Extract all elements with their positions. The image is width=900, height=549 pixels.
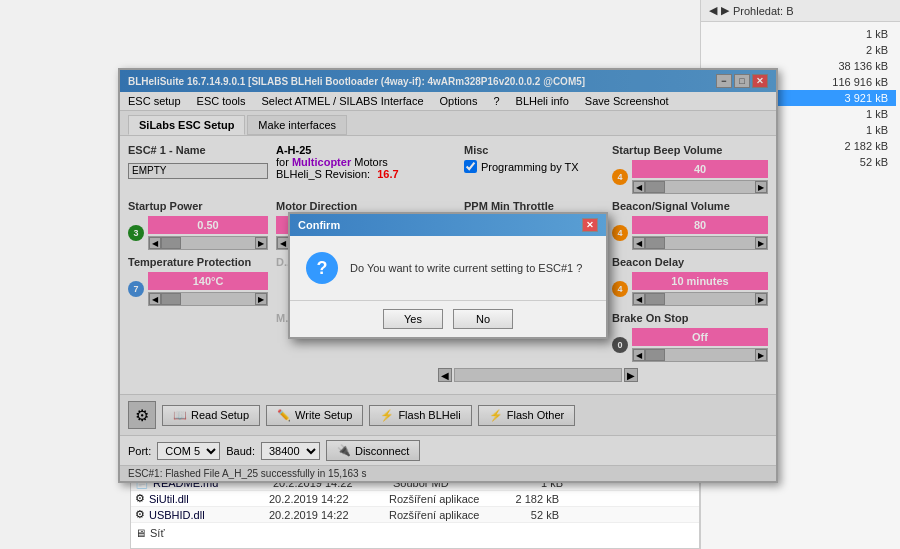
file-row-3: ⚙ USBHID.dll 20.2.2019 14:22 Rozšíření a… bbox=[131, 507, 699, 523]
explorer-right-header: ◀ ▶ Prohledat: B bbox=[701, 0, 900, 22]
file-name-2: SiUtil.dll bbox=[149, 493, 269, 505]
forward-icon[interactable]: ▶ bbox=[721, 4, 729, 17]
size-row-2: 2 kB bbox=[705, 42, 896, 58]
dialog-title-bar: Confirm ✕ bbox=[290, 214, 606, 236]
dialog-title-text: Confirm bbox=[298, 219, 340, 231]
file-date-2: 20.2.2019 14:22 bbox=[269, 493, 389, 505]
file-name-3: USBHID.dll bbox=[149, 509, 269, 521]
file-row-2: ⚙ SiUtil.dll 20.2.2019 14:22 Rozšíření a… bbox=[131, 491, 699, 507]
network-icon-area: 🖥 Síť bbox=[135, 527, 165, 539]
dialog-close-button[interactable]: ✕ bbox=[582, 218, 598, 232]
network-label: Síť bbox=[150, 527, 165, 539]
dialog-overlay: Confirm ✕ ? Do You want to write current… bbox=[120, 70, 776, 481]
explorer-search-label: Prohledat: B bbox=[733, 5, 794, 17]
file-size-3: 52 kB bbox=[499, 509, 559, 521]
file-type-2: Rozšíření aplikace bbox=[389, 493, 499, 505]
dialog-button-area: Yes No bbox=[290, 300, 606, 337]
dialog-yes-button[interactable]: Yes bbox=[383, 309, 443, 329]
file-size-2: 2 182 kB bbox=[499, 493, 559, 505]
back-icon[interactable]: ◀ bbox=[709, 4, 717, 17]
confirm-dialog: Confirm ✕ ? Do You want to write current… bbox=[288, 212, 608, 339]
network-icon: 🖥 bbox=[135, 527, 146, 539]
file-icon-3: ⚙ bbox=[135, 508, 145, 521]
file-icon-2: ⚙ bbox=[135, 492, 145, 505]
size-row-1: 1 kB bbox=[705, 26, 896, 42]
dialog-no-button[interactable]: No bbox=[453, 309, 513, 329]
file-list: 📄 README.md 20.2.2019 14:22 Soubor MD 1 … bbox=[130, 474, 700, 549]
dialog-message: Do You want to write current setting to … bbox=[350, 262, 582, 274]
file-type-3: Rozšíření aplikace bbox=[389, 509, 499, 521]
file-date-3: 20.2.2019 14:22 bbox=[269, 509, 389, 521]
main-window: BLHeliSuite 16.7.14.9.0.1 [SILABS BLHeli… bbox=[118, 68, 778, 483]
dialog-question-icon: ? bbox=[306, 252, 338, 284]
dialog-content: ? Do You want to write current setting t… bbox=[290, 236, 606, 300]
